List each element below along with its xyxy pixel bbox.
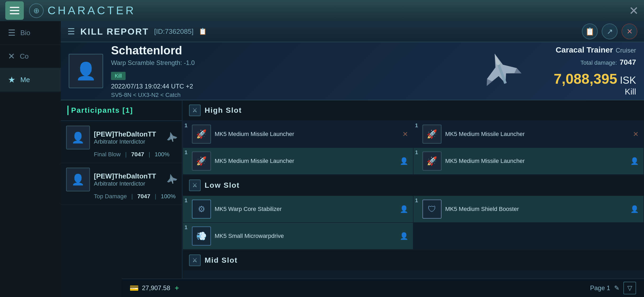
high-slot-item-2[interactable]: 1 🚀 MK5 Medium Missile Launcher ✕ <box>413 121 643 147</box>
participant-entry-2[interactable]: 👤 [PEW]TheDaltonTT Arbitrator Interdicto… <box>61 163 182 205</box>
kr-copy-button[interactable]: 📋 <box>582 23 598 39</box>
sidebar-item-bio[interactable]: ☰ Bio <box>0 21 61 45</box>
ship-image <box>448 45 554 97</box>
bio-icon: ☰ <box>8 28 16 38</box>
sidebar-item-me[interactable]: ★ Me <box>0 68 61 92</box>
low-item-3-icon: 💨 <box>192 227 211 246</box>
bottom-bar: 💳 27,907.58 + Page 1 ✎ ▽ <box>122 279 644 297</box>
edit-icon[interactable]: ✎ <box>614 284 619 292</box>
item-4-name: MK5 Medium Missile Launcher <box>445 157 627 165</box>
item-3-qty: 1 <box>185 149 187 155</box>
kill-report-header: ☰ KILL REPORT [ID:7362085] 📋 📋 ↗ ✕ <box>61 21 644 42</box>
participants-header: Participants [1] <box>61 100 182 121</box>
high-slot-header: ⚔ High Slot <box>182 100 644 120</box>
item-2-qty: 1 <box>415 122 418 129</box>
low-slot-title: Low Slot <box>205 181 240 190</box>
wallet-add-button[interactable]: + <box>175 284 179 292</box>
low-item-3-qty: 1 <box>185 224 187 230</box>
low-item-2-name: MK5 Medium Shield Booster <box>445 205 627 213</box>
ship-mini-svg-2 <box>160 172 184 187</box>
high-slot-item-1[interactable]: 1 🚀 MK5 Medium Missile Launcher ✕ <box>183 121 413 147</box>
p2-percent: 100% <box>161 193 176 200</box>
kr-body: Participants [1] 👤 [PEW]TheDaltonTT Arbi… <box>61 100 644 297</box>
low-item-3-action[interactable]: 👤 <box>400 232 408 240</box>
kill-date: 2022/07/13 19:02:44 UTC +2 <box>111 83 448 90</box>
ship-details: Caracal Trainer Cruiser Total damage: 70… <box>554 45 636 97</box>
p2-damage: 7047 <box>137 193 150 200</box>
export-icon: ↗ <box>607 27 613 36</box>
isk-label: ISK <box>620 75 636 86</box>
pilot-warp: Warp Scramble Strength: -1.0 <box>111 59 448 67</box>
participant-2-ship: Arbitrator Interdictor <box>94 180 156 187</box>
participants-title: Participants [1] <box>71 106 133 115</box>
item-1-action[interactable]: ✕ <box>402 130 408 138</box>
participant-entry-1[interactable]: 👤 [PEW]TheDaltonTT Arbitrator Interdicto… <box>61 121 182 163</box>
low-item-1-name: MK5 Warp Core Stabilizer <box>215 205 396 213</box>
item-3-icon: 🚀 <box>192 152 211 171</box>
hamburger-button[interactable] <box>5 1 24 20</box>
low-slot-icon: ⚔ <box>189 180 201 191</box>
item-4-action[interactable]: 👤 <box>630 157 639 165</box>
wallet-value: 27,907.58 <box>142 284 170 292</box>
copy-icon: 📋 <box>585 27 595 36</box>
item-1-qty: 1 <box>185 122 187 129</box>
kill-badge: Kill <box>111 72 126 80</box>
high-slot-item-3[interactable]: 1 🚀 MK5 Medium Missile Launcher 👤 <box>183 148 413 174</box>
low-slot-item-2[interactable]: 1 🛡 MK5 Medium Shield Booster 👤 <box>413 196 643 222</box>
kr-close-button[interactable]: ✕ <box>622 23 637 39</box>
low-item-2-qty: 1 <box>415 197 418 204</box>
character-icon: ⊕ <box>29 3 44 18</box>
total-damage-label: Total damage: <box>581 59 617 66</box>
mid-slot-title: Mid Slot <box>205 256 238 265</box>
mid-slot-icon: ⚔ <box>189 254 201 266</box>
page-section: Page 1 ✎ ▽ <box>590 282 636 294</box>
app-title: CHARACTER <box>48 4 136 17</box>
kr-export-button[interactable]: ↗ <box>602 23 618 39</box>
low-slot-grid: 1 ⚙ MK5 Warp Core Stabilizer 👤 1 🛡 MK5 M… <box>182 195 644 250</box>
participant-2-avatar: 👤 <box>66 168 90 191</box>
low-slot-item-3[interactable]: 1 💨 MK5 Small Microwarpdrive 👤 <box>183 223 413 249</box>
page-label: Page 1 <box>590 284 610 292</box>
kr-title: KILL REPORT <box>80 26 149 37</box>
kr-id: [ID:7362085] <box>154 27 194 36</box>
participant-2-info: [PEW]TheDaltonTT Arbitrator Interdictor <box>94 172 156 187</box>
app-close-button[interactable]: ✕ <box>629 4 639 17</box>
close-icon: ✕ <box>627 27 633 36</box>
p1-stat-label: Final Blow <box>94 151 121 158</box>
participants-panel: Participants [1] 👤 [PEW]TheDaltonTT Arbi… <box>61 100 182 297</box>
ship-svg <box>459 47 543 95</box>
high-slot-grid: 1 🚀 MK5 Medium Missile Launcher ✕ 1 🚀 MK… <box>182 120 644 175</box>
item-2-action[interactable]: ✕ <box>633 130 639 138</box>
participant-1-stats: Final Blow | 7047 | 100% <box>66 151 177 158</box>
item-1-name: MK5 Medium Missile Launcher <box>215 130 399 138</box>
low-item-3-name: MK5 Small Microwarpdrive <box>215 232 396 240</box>
low-item-1-action[interactable]: 👤 <box>400 205 408 213</box>
low-slot-item-1[interactable]: 1 ⚙ MK5 Warp Core Stabilizer 👤 <box>183 196 413 222</box>
sidebar-label-me: Me <box>20 76 30 84</box>
high-slot-item-4[interactable]: 1 🚀 MK5 Medium Missile Launcher 👤 <box>413 148 643 174</box>
wallet-icon: 💳 <box>130 284 139 293</box>
high-slot-section: ⚔ High Slot 1 🚀 MK5 Medium Missile Launc… <box>182 100 644 175</box>
high-slot-icon: ⚔ <box>189 105 201 116</box>
participant-2-top: 👤 [PEW]TheDaltonTT Arbitrator Interdicto… <box>66 168 177 191</box>
participant-2-ship-icon <box>160 170 184 189</box>
participant-1-info: [PEW]TheDaltonTT Arbitrator Interdictor <box>94 130 156 145</box>
kill-outcome: Kill <box>625 87 636 96</box>
slots-panel: ⚔ High Slot 1 🚀 MK5 Medium Missile Launc… <box>182 100 644 297</box>
kr-menu-icon[interactable]: ☰ <box>67 26 75 36</box>
filter-button[interactable]: ▽ <box>623 282 636 294</box>
p1-percent: 100% <box>155 151 169 158</box>
pilot-avatar: 👤 <box>69 54 103 88</box>
sidebar: ☰ Bio ✕ Co ★ Me <box>0 21 61 297</box>
pilot-info: Schattenlord Warp Scramble Strength: -1.… <box>111 44 448 98</box>
kr-copy-icon[interactable]: 📋 <box>199 28 207 35</box>
low-item-2-icon: 🛡 <box>422 200 441 219</box>
item-3-action[interactable]: 👤 <box>400 157 408 165</box>
item-2-icon: 🚀 <box>422 125 441 144</box>
participant-1-name: [PEW]TheDaltonTT <box>94 130 156 138</box>
kill-report-hero: 👤 Schattenlord Warp Scramble Strength: -… <box>61 42 644 100</box>
ship-name: Caracal Trainer <box>556 45 613 54</box>
low-item-2-action[interactable]: 👤 <box>630 205 639 213</box>
sidebar-label-combat: Co <box>20 52 29 60</box>
sidebar-item-combat[interactable]: ✕ Co <box>0 45 61 68</box>
